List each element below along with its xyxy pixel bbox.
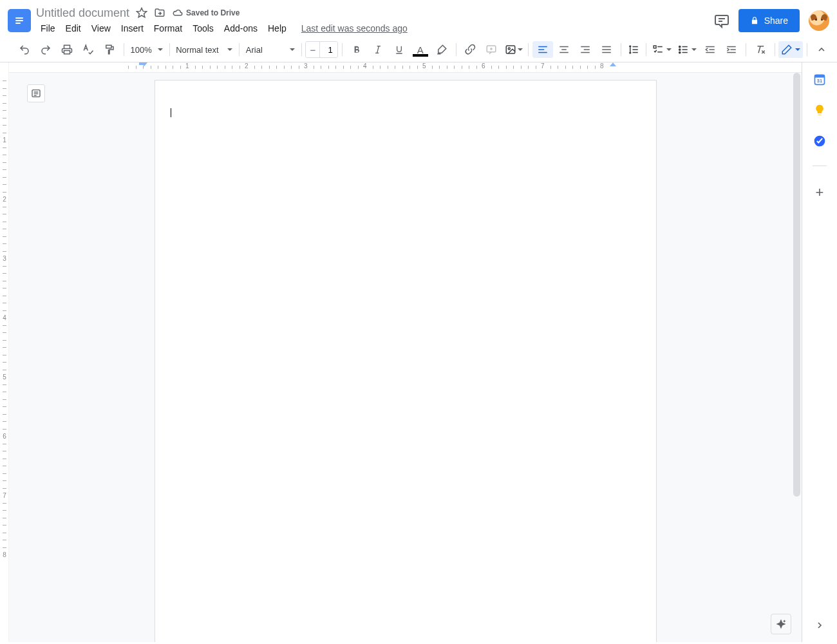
get-addons-button[interactable]: + [816,184,824,201]
paragraph-style-dropdown[interactable]: Normal text [173,41,235,58]
outline-toggle-button[interactable] [27,84,45,102]
caret-icon [795,48,800,51]
document-title[interactable]: Untitled document [36,6,129,20]
decrease-indent-button[interactable] [700,41,720,58]
calendar-icon[interactable]: 31 [813,73,826,86]
save-status-text: Saved to Drive [186,8,240,17]
svg-point-6 [509,48,511,50]
tasks-icon[interactable] [813,135,826,147]
scrollbar-thumb[interactable] [793,73,800,497]
caret-icon [227,48,232,51]
hide-sidepanel-button[interactable] [814,620,825,630]
checklist-dropdown[interactable] [650,41,674,58]
menu-edit[interactable]: Edit [61,21,86,36]
vertical-ruler[interactable]: 12345678 [0,62,9,642]
menu-format[interactable]: Format [149,21,187,36]
side-divider [813,166,827,166]
menu-addons[interactable]: Add-ons [220,21,262,36]
align-left-button[interactable] [532,41,553,58]
svg-rect-7 [654,46,656,48]
insert-comment-button[interactable] [481,41,502,58]
caret-icon [158,48,163,51]
bold-button[interactable] [346,41,367,58]
svg-rect-1 [15,20,23,21]
toolbar: 100% Normal text Arial − + A [0,37,837,62]
left-indent-marker[interactable] [139,62,144,65]
horizontal-ruler[interactable]: 12345678 [9,62,802,73]
save-status[interactable]: Saved to Drive [172,7,240,19]
insert-image-dropdown[interactable] [502,41,524,58]
last-edit-link[interactable]: Last edit was seconds ago [301,23,408,33]
right-indent-marker[interactable] [610,62,616,66]
svg-point-10 [679,52,681,53]
collapse-toolbar-button[interactable] [811,41,832,58]
font-dropdown[interactable]: Arial [243,41,297,58]
spellcheck-button[interactable] [78,41,99,58]
redo-button[interactable] [35,41,56,58]
comment-history-icon[interactable] [714,13,729,28]
star-icon[interactable] [136,7,147,19]
menu-file[interactable]: File [36,21,60,36]
caret-icon [518,48,523,51]
menubar: File Edit View Insert Format Tools Add-o… [36,21,714,35]
insert-link-button[interactable] [460,41,480,58]
vertical-scrollbar[interactable] [793,73,800,616]
menu-help[interactable]: Help [263,21,291,36]
undo-button[interactable] [14,41,35,58]
highlight-button[interactable] [431,41,452,58]
editing-mode-dropdown[interactable] [778,41,803,58]
clear-formatting-button[interactable] [750,41,771,58]
move-icon[interactable] [154,7,165,19]
docs-logo[interactable] [8,9,31,32]
text-color-button[interactable]: A [410,41,431,58]
underline-button[interactable] [389,41,409,58]
print-button[interactable] [57,41,77,58]
line-spacing-dropdown[interactable] [625,41,642,58]
menu-insert[interactable]: Insert [117,21,148,36]
keep-icon[interactable] [813,104,826,117]
bulleted-list-dropdown[interactable] [675,41,699,58]
font-size-decrease[interactable]: − [306,42,319,57]
align-right-button[interactable] [575,41,596,58]
paint-format-button[interactable] [99,41,120,58]
svg-rect-13 [815,75,825,77]
document-canvas[interactable] [9,62,802,642]
side-panel: 31 + [802,62,837,642]
share-button[interactable]: Share [738,9,800,32]
svg-rect-3 [64,51,70,54]
document-page[interactable] [155,80,657,642]
caret-icon [290,48,295,51]
caret-icon [691,48,697,51]
menu-view[interactable]: View [87,21,115,36]
font-size-input[interactable] [319,41,338,58]
lock-icon [750,16,759,25]
menu-tools[interactable]: Tools [188,21,218,36]
increase-indent-button[interactable] [721,41,742,58]
italic-button[interactable] [368,41,388,58]
zoom-dropdown[interactable]: 100% [128,41,165,58]
svg-text:31: 31 [817,78,822,84]
svg-point-9 [679,49,681,50]
font-size-control: − + [305,41,338,58]
caret-icon [666,48,672,51]
explore-button[interactable] [771,614,791,634]
align-justify-button[interactable] [596,41,617,58]
svg-point-8 [679,46,681,47]
align-center-button[interactable] [554,41,574,58]
account-avatar[interactable] [809,10,829,31]
svg-rect-0 [15,17,23,19]
share-label: Share [764,15,788,26]
text-cursor [171,108,171,117]
svg-rect-2 [15,23,21,24]
